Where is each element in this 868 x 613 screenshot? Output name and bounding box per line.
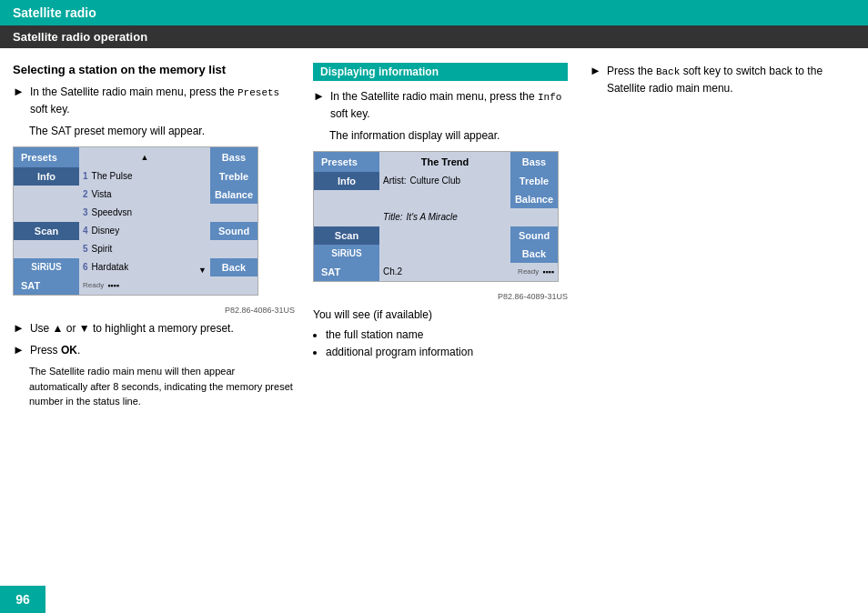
- info-row-4: Title: It's A Miracle: [314, 208, 558, 226]
- arrow-icon-3: ►: [13, 342, 25, 358]
- display-row-5: Scan 4 Disney Sound: [14, 222, 257, 240]
- info-status-area: Ch.2 Ready ▪▪▪▪: [379, 263, 558, 281]
- sub-header-title: Satellite radio operation: [13, 30, 147, 44]
- middle-section-heading: Displaying information: [313, 63, 568, 81]
- status-area-left: Ready ▪▪▪▪: [79, 276, 257, 295]
- right-step1-text: Press the Back soft key to switch back t…: [607, 63, 855, 96]
- info-placeholder-3: [314, 190, 379, 208]
- bullet-item-2: additional program information: [326, 344, 568, 361]
- display-row-4: 3 Speedvsn: [14, 204, 257, 222]
- info-channel-name: The Trend: [379, 152, 510, 172]
- info-back-button: Back: [510, 245, 558, 263]
- info-treble-button: Treble: [510, 172, 558, 190]
- arrow-icon-2: ►: [13, 320, 25, 337]
- info-row-3: Balance: [314, 190, 558, 208]
- left-step3: ► Press OK.: [13, 342, 295, 358]
- presets-button: Presets: [14, 147, 79, 167]
- right-column: ► Press the Back soft key to switch back…: [586, 63, 855, 601]
- middle-step1-text: In the Satellite radio main menu, press …: [330, 88, 568, 122]
- treble-button: Treble: [210, 167, 257, 186]
- page-number: 96: [0, 586, 45, 613]
- left-column: Selecting a station on the memory list ►…: [13, 63, 313, 601]
- info-presets-button: Presets: [314, 152, 379, 172]
- scan-button-left: Scan: [14, 222, 79, 240]
- triangle-down-icon: ▼: [198, 266, 207, 275]
- info-balance-button: Balance: [510, 190, 558, 208]
- list-item-2: 2 Vista: [79, 186, 210, 204]
- info-row5-center: [379, 226, 510, 245]
- placeholder-6: [14, 240, 79, 258]
- display-row-6: 5 Spirit: [14, 240, 257, 258]
- list-item-3: 3 Speedvsn: [79, 204, 210, 222]
- display-center-top: ▲: [79, 147, 210, 167]
- middle-step1: ► In the Satellite radio main menu, pres…: [313, 88, 568, 122]
- list-item-5: 5 Spirit: [79, 240, 210, 258]
- info-sirius-center: [379, 245, 510, 263]
- left-step1-note: The SAT preset memory will appear.: [29, 123, 295, 139]
- sub-header: Satellite radio operation: [0, 25, 868, 48]
- info-row-5: Scan Sound: [314, 226, 558, 245]
- info-scan-button: Scan: [314, 226, 379, 245]
- list-item-6: 6 Hardatak ▼: [79, 258, 210, 276]
- info-sirius-row: SiRiUS Back: [314, 245, 558, 263]
- display-sat-row: SAT Ready ▪▪▪▪: [14, 276, 257, 295]
- info-info-button: Info: [314, 172, 379, 190]
- middle-radio-display: Presets The Trend Bass Info Artist: Cult…: [313, 151, 559, 282]
- sat-label: SAT: [14, 276, 79, 295]
- left-step2: ► Use ▲ or ▼ to highlight a memory prese…: [13, 320, 295, 337]
- header-bar: Satellite radio: [0, 0, 868, 25]
- info-row-2: Info Artist: Culture Club Treble: [314, 172, 558, 190]
- placeholder-right-4: [210, 204, 257, 222]
- right-step1: ► Press the Back soft key to switch back…: [590, 63, 855, 96]
- part-number-middle: P82.86-4089-31US: [313, 291, 568, 304]
- info-signal-icon: ▪▪▪▪: [542, 267, 554, 276]
- arrow-icon-1: ►: [13, 84, 25, 100]
- info-sat-row: SAT Ch.2 Ready ▪▪▪▪: [314, 263, 558, 281]
- display-row-3: 2 Vista Balance: [14, 186, 257, 204]
- info-balance-center: [379, 190, 510, 208]
- info-bullets: the full station name additional program…: [326, 327, 568, 361]
- placeholder-4: [14, 204, 79, 222]
- left-step2-text: Use ▲ or ▼ to highlight a memory preset.: [30, 320, 295, 337]
- info-placeholder-right-4: [510, 208, 558, 226]
- display-row-7: SiRiUS 6 Hardatak ▼ Back: [14, 258, 257, 276]
- placeholder-3: [14, 186, 79, 204]
- sirius-button: SiRiUS: [14, 258, 79, 276]
- list-item-4: 4 Disney: [79, 222, 210, 240]
- left-radio-display: Presets ▲ Bass Info 1 The Pulse: [13, 146, 258, 296]
- info-button: Info: [14, 167, 79, 186]
- list-item-1: 1 The Pulse: [79, 167, 210, 186]
- back-button-left: Back: [210, 258, 257, 276]
- placeholder-right-6: [210, 240, 257, 258]
- info-placeholder-4: [314, 208, 379, 226]
- sound-button: Sound: [210, 222, 257, 240]
- left-step3-text: Press OK.: [30, 342, 295, 358]
- left-section-heading: Selecting a station on the memory list: [13, 63, 295, 76]
- info-display-top: Presets The Trend Bass: [314, 152, 558, 172]
- display-row-2: Info 1 The Pulse Treble: [14, 167, 257, 186]
- balance-button: Balance: [210, 186, 257, 204]
- info-sat-label: SAT: [314, 263, 379, 281]
- left-step3-note: The Satellite radio main menu will then …: [29, 364, 295, 409]
- display-top-row: Presets ▲ Bass: [14, 147, 257, 167]
- info-bass-button: Bass: [510, 152, 558, 172]
- middle-column: Displaying information ► In the Satellit…: [313, 63, 586, 601]
- part-number-left: P82.86-4086-31US: [13, 305, 295, 317]
- bass-button: Bass: [210, 147, 257, 167]
- left-step1: ► In the Satellite radio main menu, pres…: [13, 84, 295, 117]
- info-sirius-button: SiRiUS: [314, 245, 379, 263]
- arrow-icon-m1: ►: [313, 88, 325, 105]
- you-will-see: You will see (if available): [313, 306, 568, 323]
- triangle-up-icon: ▲: [141, 153, 149, 162]
- info-sound-button: Sound: [510, 226, 558, 245]
- header-title: Satellite radio: [13, 5, 96, 20]
- arrow-icon-r1: ►: [590, 63, 601, 79]
- left-step1-text: In the Satellite radio main menu, press …: [30, 84, 295, 117]
- info-artist-row: Artist: Culture Club: [379, 172, 510, 190]
- info-title-row: Title: It's A Miracle: [379, 208, 510, 226]
- signal-icon: ▪▪▪▪: [107, 281, 119, 290]
- middle-step1-note: The information display will appear.: [329, 127, 568, 144]
- bullet-item-1: the full station name: [326, 327, 568, 344]
